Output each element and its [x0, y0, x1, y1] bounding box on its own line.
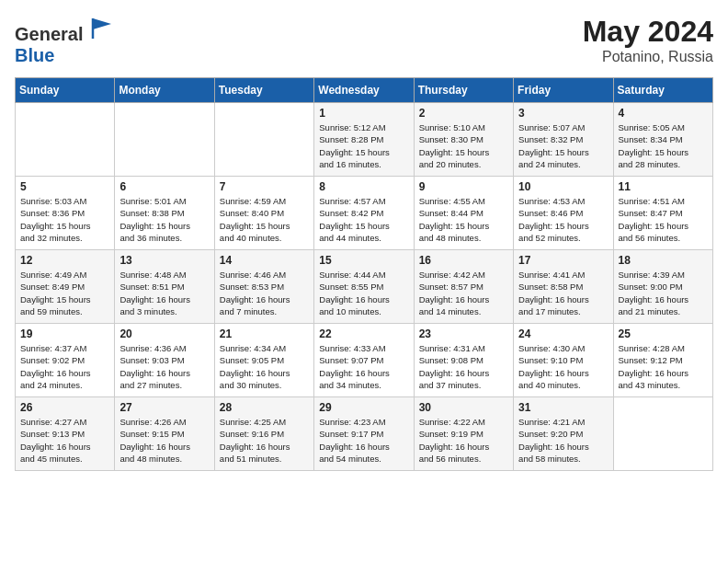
day-info: Sunrise: 4:21 AM Sunset: 9:20 PM Dayligh… [518, 416, 609, 465]
calendar-cell [16, 103, 115, 177]
calendar-cell: 1Sunrise: 5:12 AM Sunset: 8:28 PM Daylig… [314, 103, 414, 177]
day-info: Sunrise: 4:57 AM Sunset: 8:42 PM Dayligh… [319, 195, 409, 244]
logo-blue: Blue [15, 45, 54, 65]
day-info: Sunrise: 4:53 AM Sunset: 8:46 PM Dayligh… [518, 195, 609, 244]
day-number: 15 [319, 254, 409, 267]
calendar-cell: 16Sunrise: 4:42 AM Sunset: 8:57 PM Dayli… [414, 250, 513, 324]
day-number: 28 [220, 401, 310, 414]
calendar-cell: 22Sunrise: 4:33 AM Sunset: 9:07 PM Dayli… [314, 324, 414, 397]
calendar-cell: 20Sunrise: 4:36 AM Sunset: 9:03 PM Dayli… [115, 324, 214, 397]
day-info: Sunrise: 5:01 AM Sunset: 8:38 PM Dayligh… [119, 195, 210, 244]
location-subtitle: Potanino, Russia [583, 49, 713, 65]
calendar-cell: 13Sunrise: 4:48 AM Sunset: 8:51 PM Dayli… [115, 250, 214, 324]
calendar-cell: 29Sunrise: 4:23 AM Sunset: 9:17 PM Dayli… [314, 397, 414, 471]
day-header-wednesday: Wednesday [314, 78, 414, 103]
day-info: Sunrise: 4:37 AM Sunset: 9:02 PM Dayligh… [20, 342, 110, 391]
logo-flag-icon [89, 15, 115, 40]
day-number: 18 [619, 254, 709, 267]
logo: General Blue [15, 15, 115, 66]
day-info: Sunrise: 4:36 AM Sunset: 9:03 PM Dayligh… [119, 342, 210, 391]
calendar-cell: 7Sunrise: 4:59 AM Sunset: 8:40 PM Daylig… [214, 177, 313, 250]
day-info: Sunrise: 4:55 AM Sunset: 8:44 PM Dayligh… [419, 195, 509, 244]
day-number: 29 [319, 401, 409, 414]
calendar-cell: 8Sunrise: 4:57 AM Sunset: 8:42 PM Daylig… [314, 177, 414, 250]
day-number: 10 [518, 180, 609, 193]
calendar-cell [613, 397, 712, 471]
header-row: SundayMondayTuesdayWednesdayThursdayFrid… [16, 78, 713, 103]
day-info: Sunrise: 4:59 AM Sunset: 8:40 PM Dayligh… [220, 195, 310, 244]
calendar-cell: 21Sunrise: 4:34 AM Sunset: 9:05 PM Dayli… [214, 324, 313, 397]
calendar-cell: 18Sunrise: 4:39 AM Sunset: 9:00 PM Dayli… [613, 250, 712, 324]
day-number: 5 [20, 180, 110, 193]
calendar-cell: 28Sunrise: 4:25 AM Sunset: 9:16 PM Dayli… [214, 397, 313, 471]
day-number: 20 [119, 327, 210, 340]
day-info: Sunrise: 4:41 AM Sunset: 8:58 PM Dayligh… [518, 269, 609, 317]
day-number: 14 [220, 254, 310, 267]
day-header-sunday: Sunday [16, 78, 115, 103]
calendar-cell: 9Sunrise: 4:55 AM Sunset: 8:44 PM Daylig… [414, 177, 513, 250]
calendar-cell [115, 103, 214, 177]
logo-text: General Blue [15, 15, 115, 66]
calendar-cell: 10Sunrise: 4:53 AM Sunset: 8:46 PM Dayli… [514, 177, 613, 250]
calendar-cell: 4Sunrise: 5:05 AM Sunset: 8:34 PM Daylig… [613, 103, 712, 177]
day-number: 2 [419, 107, 509, 120]
day-number: 9 [419, 180, 509, 193]
day-number: 1 [319, 107, 409, 120]
page-header: General Blue May 2024 Potanino, Russia [15, 15, 713, 66]
calendar-week-5: 26Sunrise: 4:27 AM Sunset: 9:13 PM Dayli… [16, 397, 713, 471]
day-number: 25 [619, 327, 709, 340]
day-number: 24 [518, 327, 609, 340]
day-number: 13 [119, 254, 210, 267]
day-info: Sunrise: 4:22 AM Sunset: 9:19 PM Dayligh… [419, 416, 509, 465]
svg-marker-0 [93, 18, 111, 29]
calendar-cell: 2Sunrise: 5:10 AM Sunset: 8:30 PM Daylig… [414, 103, 513, 177]
calendar-week-2: 5Sunrise: 5:03 AM Sunset: 8:36 PM Daylig… [16, 177, 713, 250]
day-info: Sunrise: 4:31 AM Sunset: 9:08 PM Dayligh… [419, 342, 509, 391]
day-number: 3 [518, 107, 609, 120]
day-number: 6 [119, 180, 210, 193]
calendar-cell: 6Sunrise: 5:01 AM Sunset: 8:38 PM Daylig… [115, 177, 214, 250]
calendar-week-4: 19Sunrise: 4:37 AM Sunset: 9:02 PM Dayli… [16, 324, 713, 397]
calendar-cell: 19Sunrise: 4:37 AM Sunset: 9:02 PM Dayli… [16, 324, 115, 397]
calendar-cell: 14Sunrise: 4:46 AM Sunset: 8:53 PM Dayli… [214, 250, 313, 324]
day-info: Sunrise: 5:03 AM Sunset: 8:36 PM Dayligh… [20, 195, 110, 244]
day-number: 17 [518, 254, 609, 267]
day-info: Sunrise: 4:23 AM Sunset: 9:17 PM Dayligh… [319, 416, 409, 465]
calendar-cell: 3Sunrise: 5:07 AM Sunset: 8:32 PM Daylig… [514, 103, 613, 177]
day-number: 8 [319, 180, 409, 193]
day-info: Sunrise: 4:48 AM Sunset: 8:51 PM Dayligh… [119, 269, 210, 317]
calendar-cell: 11Sunrise: 4:51 AM Sunset: 8:47 PM Dayli… [613, 177, 712, 250]
calendar-cell: 12Sunrise: 4:49 AM Sunset: 8:49 PM Dayli… [16, 250, 115, 324]
day-info: Sunrise: 4:28 AM Sunset: 9:12 PM Dayligh… [619, 342, 709, 391]
day-number: 21 [220, 327, 310, 340]
day-number: 30 [419, 401, 509, 414]
calendar-cell: 5Sunrise: 5:03 AM Sunset: 8:36 PM Daylig… [16, 177, 115, 250]
day-number: 31 [518, 401, 609, 414]
calendar-cell: 31Sunrise: 4:21 AM Sunset: 9:20 PM Dayli… [514, 397, 613, 471]
day-number: 23 [419, 327, 509, 340]
calendar-cell: 23Sunrise: 4:31 AM Sunset: 9:08 PM Dayli… [414, 324, 513, 397]
calendar-cell: 17Sunrise: 4:41 AM Sunset: 8:58 PM Dayli… [514, 250, 613, 324]
day-info: Sunrise: 4:44 AM Sunset: 8:55 PM Dayligh… [319, 269, 409, 317]
calendar-table: SundayMondayTuesdayWednesdayThursdayFrid… [15, 77, 713, 471]
day-info: Sunrise: 4:30 AM Sunset: 9:10 PM Dayligh… [518, 342, 609, 391]
month-year-title: May 2024 [583, 15, 713, 49]
day-header-saturday: Saturday [613, 78, 712, 103]
day-header-thursday: Thursday [414, 78, 513, 103]
day-info: Sunrise: 4:49 AM Sunset: 8:49 PM Dayligh… [20, 269, 110, 317]
day-number: 11 [619, 180, 709, 193]
calendar-week-1: 1Sunrise: 5:12 AM Sunset: 8:28 PM Daylig… [16, 103, 713, 177]
calendar-cell: 27Sunrise: 4:26 AM Sunset: 9:15 PM Dayli… [115, 397, 214, 471]
day-info: Sunrise: 4:46 AM Sunset: 8:53 PM Dayligh… [220, 269, 310, 317]
day-header-friday: Friday [514, 78, 613, 103]
day-number: 26 [20, 401, 110, 414]
title-block: May 2024 Potanino, Russia [583, 15, 713, 65]
calendar-cell: 25Sunrise: 4:28 AM Sunset: 9:12 PM Dayli… [613, 324, 712, 397]
day-number: 22 [319, 327, 409, 340]
day-header-monday: Monday [115, 78, 214, 103]
day-number: 16 [419, 254, 509, 267]
calendar-week-3: 12Sunrise: 4:49 AM Sunset: 8:49 PM Dayli… [16, 250, 713, 324]
calendar-cell: 26Sunrise: 4:27 AM Sunset: 9:13 PM Dayli… [16, 397, 115, 471]
calendar-cell: 30Sunrise: 4:22 AM Sunset: 9:19 PM Dayli… [414, 397, 513, 471]
calendar-cell: 24Sunrise: 4:30 AM Sunset: 9:10 PM Dayli… [514, 324, 613, 397]
